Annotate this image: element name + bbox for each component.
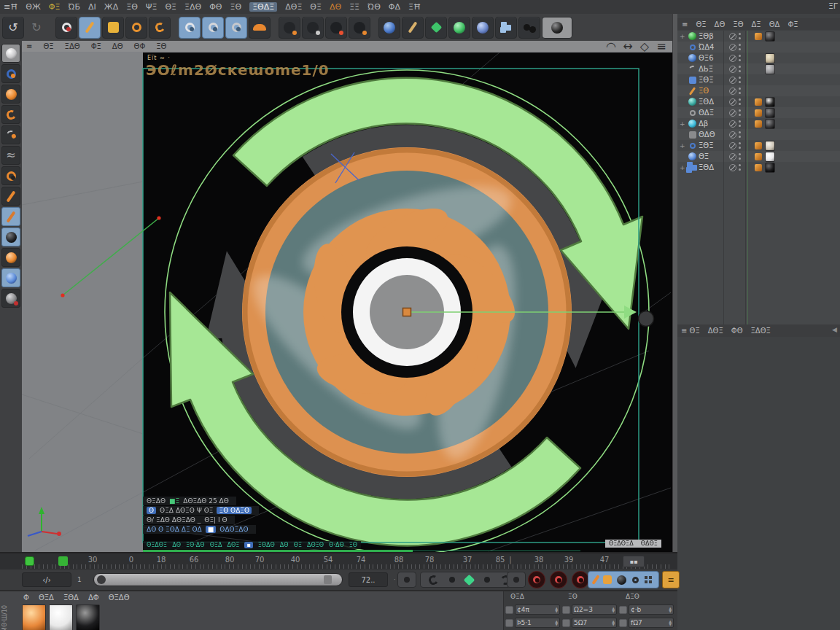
object-name[interactable]: ΞΘΞ <box>699 76 729 84</box>
editor-render-dots[interactable] <box>739 164 741 171</box>
status-token[interactable]: ΞΘΔΘ <box>258 542 275 548</box>
object-name[interactable]: ΞΘΔ <box>699 163 729 171</box>
status-token[interactable]: ▪ <box>244 542 252 548</box>
visibility-dot[interactable] <box>739 136 741 138</box>
rotate-tool-button[interactable] <box>125 17 147 39</box>
visibility-toggles[interactable] <box>729 66 753 73</box>
visibility-dot[interactable] <box>739 44 741 46</box>
visibility-dot[interactable] <box>739 153 741 155</box>
attribute-manager-menu-item[interactable]: ΞΔΘΞ <box>751 327 771 335</box>
menubar-item[interactable]: ΞΘ <box>230 2 242 12</box>
visibility-toggles[interactable] <box>729 44 753 51</box>
material-thumbnail[interactable] <box>765 163 775 173</box>
coordinate-field[interactable]: ¢4π▲▼ <box>515 604 560 615</box>
object-row[interactable]: ΏΔ4 <box>677 42 840 52</box>
render-settings-button[interactable] <box>572 571 589 588</box>
visibility-toggles[interactable] <box>729 98 753 106</box>
expand-icon[interactable]: + <box>680 164 686 171</box>
status-token[interactable]: ΘΞΔΘΞ <box>147 542 167 548</box>
tweak-mode-tool[interactable] <box>1 248 20 267</box>
visibility-toggles[interactable] <box>729 120 753 128</box>
menubar-item[interactable]: ΦΞ <box>49 2 61 12</box>
attribute-manager-menu-item[interactable]: ΔΘΞ <box>708 327 723 335</box>
editor-render-dots[interactable] <box>739 66 741 72</box>
scale-tool-button[interactable] <box>102 17 124 39</box>
menubar-item[interactable]: ΦΔ <box>389 2 400 12</box>
content-browser-button[interactable] <box>645 576 653 584</box>
enable-toggle-icon[interactable] <box>729 44 736 51</box>
editor-render-dots[interactable] <box>739 142 741 149</box>
editor-render-dots[interactable] <box>739 120 741 127</box>
enable-toggle-icon[interactable] <box>729 164 736 171</box>
coordinate-lock-icon[interactable] <box>505 606 513 614</box>
object-name[interactable]: ΞΘ <box>699 87 729 95</box>
visibility-dot[interactable] <box>739 142 741 144</box>
editor-render-dots[interactable] <box>739 55 741 61</box>
enable-toggle-icon[interactable] <box>729 77 736 84</box>
material-thumbnail[interactable] <box>765 31 775 42</box>
enable-toggle-icon[interactable] <box>729 142 736 149</box>
coordinate-lock-icon[interactable] <box>505 619 513 627</box>
coordinate-lock-icon[interactable] <box>619 619 627 627</box>
visibility-dot[interactable] <box>739 147 741 149</box>
add-primitive-button[interactable] <box>378 17 400 39</box>
tag-icon[interactable] <box>755 142 762 149</box>
menubar-item[interactable]: ΘΞ <box>310 2 322 12</box>
workplane-mode-tool[interactable] <box>1 105 20 124</box>
viewport-rotate-icon[interactable]: ◇ <box>639 42 650 51</box>
material-thumbnail[interactable] <box>765 97 775 107</box>
visibility-toggles[interactable] <box>729 142 753 149</box>
viewport-layout-icon[interactable]: ≡ <box>656 42 666 51</box>
visibility-dot[interactable] <box>739 164 741 166</box>
scrollbar-knob[interactable] <box>97 575 106 584</box>
enable-toggle-icon[interactable] <box>729 153 736 160</box>
enable-toggle-icon[interactable] <box>729 98 736 106</box>
object-row[interactable]: ΞΘΞ <box>677 74 840 85</box>
tag-icon[interactable] <box>755 120 762 128</box>
attribute-manager-menu-item[interactable]: ΦΘ <box>731 327 743 335</box>
material-thumbnail[interactable] <box>765 53 775 63</box>
attribute-manager-menu-item[interactable]: ≡ ΘΞ <box>681 327 700 335</box>
enable-axis-tool[interactable] <box>1 207 20 226</box>
snap-tool[interactable] <box>1 268 20 287</box>
visibility-dot[interactable] <box>739 168 741 171</box>
visibility-dot[interactable] <box>739 70 741 72</box>
spinner-arrows-icon[interactable]: ▲▼ <box>669 620 672 626</box>
coordinate-field[interactable]: Ω2=3▲▼ <box>572 604 617 615</box>
object-manager-menu-item[interactable]: ΘΔ <box>769 20 780 28</box>
visibility-toggles[interactable] <box>729 109 753 117</box>
menubar-item[interactable]: ΔΘ <box>330 2 341 12</box>
material-thumbnail[interactable] <box>765 152 775 162</box>
viewport-menu-item[interactable]: ΔΘ <box>112 42 123 50</box>
lock-y-axis-button[interactable] <box>202 17 224 39</box>
lock-z-axis-button[interactable] <box>225 17 247 39</box>
scrollbar-notch[interactable] <box>324 575 332 584</box>
timeline-key-box[interactable]: ▪▪ <box>623 556 645 567</box>
status-token[interactable]: ΔΘΞΘ <box>307 542 324 548</box>
viewport-menu-item[interactable]: ΞΔΘ <box>65 42 80 50</box>
object-name[interactable]: ΘΞ6 <box>699 54 729 62</box>
object-row[interactable]: ΘΔΞ <box>677 107 840 118</box>
material-manager-button[interactable] <box>603 575 612 584</box>
visibility-dot[interactable] <box>739 120 741 122</box>
viewport-menu-item[interactable]: ΦΞ <box>91 42 101 50</box>
status-token[interactable]: ΔΘ <box>172 542 181 548</box>
go-to-end-button[interactable] <box>505 569 527 591</box>
material-thumbnail[interactable] <box>765 141 775 151</box>
panel-splitter[interactable] <box>672 14 677 552</box>
tag-icon[interactable] <box>755 33 762 40</box>
points-mode-tool[interactable] <box>1 125 20 144</box>
status-token[interactable]: Θ·ΔΘ <box>329 542 344 548</box>
editor-render-dots[interactable] <box>739 98 741 105</box>
render-view-button[interactable] <box>528 571 545 588</box>
modeling-button-3[interactable] <box>325 17 347 39</box>
enable-toggle-icon[interactable] <box>729 33 736 40</box>
redo-button[interactable]: ↻ <box>26 17 47 39</box>
object-row[interactable]: ΘΔΘ <box>677 129 840 140</box>
visibility-dot[interactable] <box>739 33 741 35</box>
object-manager-menu-item[interactable]: ΦΞ <box>788 20 798 28</box>
menubar-corner-item[interactable]: ΞΓ <box>828 1 838 11</box>
object-row[interactable]: +ΞΘΔ <box>677 162 840 173</box>
menubar-item[interactable]: ΞΘΔΞ <box>249 2 277 12</box>
menubar-item[interactable]: ΨΞ <box>146 2 158 12</box>
